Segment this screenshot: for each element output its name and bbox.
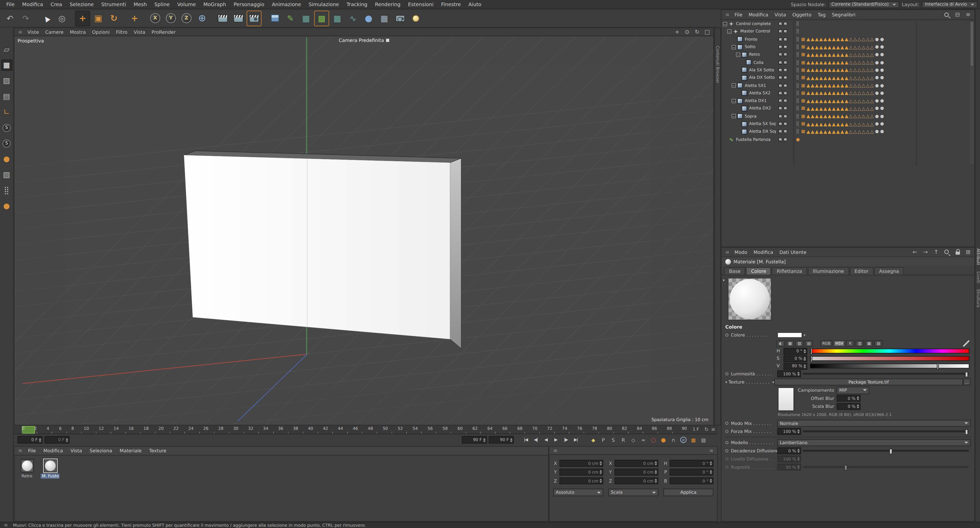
- record-key-icon[interactable]: ◆: [589, 436, 598, 444]
- render-view-icon[interactable]: [215, 10, 231, 26]
- menu-item[interactable]: Segnalibri: [829, 12, 859, 17]
- menu-item[interactable]: Seleziona: [86, 448, 116, 453]
- record-position-icon[interactable]: P: [599, 436, 608, 444]
- expand-toggle[interactable]: −: [723, 22, 727, 26]
- keyframe-dot-icon[interactable]: [725, 372, 729, 375]
- menu-item[interactable]: Filtro: [113, 29, 130, 35]
- value-field[interactable]: 80 %: [784, 363, 807, 369]
- sampling-select[interactable]: MIP: [837, 386, 869, 394]
- history-forward-icon[interactable]: →: [922, 248, 929, 256]
- editor-check[interactable]: ✓: [778, 52, 782, 57]
- scale-blur-field[interactable]: 0 %: [837, 403, 861, 410]
- editor-check[interactable]: ✓: [778, 30, 782, 33]
- menu-item[interactable]: Finestre: [438, 2, 465, 7]
- object-name[interactable]: Fustella Partenza: [736, 137, 771, 142]
- axis-mode-icon[interactable]: ∟: [1, 107, 12, 118]
- tree-row[interactable]: Fronte ✓✓ ⣿▦▲▲▲▲▲▲▲▲▲▲△△△△△△●●: [721, 35, 974, 43]
- keyframe-dot-icon[interactable]: [725, 441, 729, 444]
- value-gradient-slider[interactable]: [810, 364, 969, 369]
- goto-end-button[interactable]: ▶|: [571, 436, 580, 444]
- material-tab[interactable]: Assegna: [874, 267, 904, 275]
- color-spectrum-icon[interactable]: ▦: [786, 340, 794, 346]
- dock-tab[interactable]: Struttura: [976, 289, 980, 308]
- panel-grip-icon[interactable]: ≡: [724, 249, 731, 255]
- scale-tool-icon[interactable]: ▣: [91, 10, 106, 26]
- texture-mode-icon[interactable]: ▨: [1, 75, 12, 86]
- eyedropper-icon[interactable]: [963, 340, 969, 346]
- apply-button[interactable]: Applica: [663, 488, 714, 496]
- editor-check[interactable]: ✓: [778, 122, 782, 126]
- field-icon[interactable]: ▩: [314, 10, 329, 26]
- editor-check[interactable]: ✓: [778, 91, 782, 95]
- enable-checkboxes[interactable]: ✓✓: [778, 30, 787, 33]
- maximize-view-icon[interactable]: □: [703, 29, 711, 35]
- hsv-mode-button[interactable]: HSV: [834, 340, 845, 346]
- object-name[interactable]: Aletta SX2: [749, 91, 770, 95]
- menu-item[interactable]: Modo: [732, 249, 750, 255]
- tree-row[interactable]: Ala SX Sotto ✓✓ ⣿▦▲▲▲▲▲▲▲▲▲▲△△△△△△●●: [721, 66, 974, 74]
- tag-strip[interactable]: ⣿▦▲▲▲▲▲▲▲▲▲▲△△△△△△●●: [796, 129, 884, 135]
- render-picture-viewer-icon[interactable]: [231, 10, 246, 26]
- object-name[interactable]: Ala SX Sotto: [749, 67, 774, 73]
- object-name[interactable]: Aletta DX Sopra: [749, 129, 776, 134]
- loop-icon[interactable]: ↻: [704, 427, 708, 433]
- tree-row[interactable]: Ala DX Sotto ✓✓ ⣿▦▲▲▲▲▲▲▲▲▲▲△△△△△△●●: [721, 74, 974, 81]
- tag-strip[interactable]: ●: [796, 137, 800, 142]
- material-item[interactable]: M. Fuste: [41, 459, 59, 479]
- editor-check[interactable]: ✓: [778, 137, 782, 141]
- record-rotation-icon[interactable]: R: [619, 436, 628, 444]
- toolbar-icon[interactable]: [210, 10, 215, 26]
- enable-checkboxes[interactable]: ✓✓: [778, 99, 787, 103]
- menu-item[interactable]: Camere: [42, 29, 67, 35]
- menu-item[interactable]: Tag: [815, 12, 829, 17]
- ruler-menu-icon[interactable]: ≡: [711, 427, 715, 433]
- texture-dropdown-icon[interactable]: ▾: [772, 380, 774, 384]
- enable-checkboxes[interactable]: ✓✓: [778, 68, 787, 72]
- menu-item[interactable]: Vista: [67, 448, 86, 453]
- luminosity-field[interactable]: 100 %: [777, 371, 801, 377]
- object-name[interactable]: Aletta SX Sopra: [749, 121, 776, 127]
- editor-check[interactable]: ✓: [778, 114, 782, 118]
- size-y-field[interactable]: 0 cm: [614, 469, 658, 476]
- diffuse-falloff-field[interactable]: 0 %: [777, 447, 801, 454]
- size-mode-select[interactable]: Scala: [608, 488, 658, 496]
- render-check[interactable]: ✓: [784, 99, 788, 103]
- menu-item[interactable]: Opzioni: [89, 29, 113, 35]
- enable-checkboxes[interactable]: ✓✓: [778, 22, 787, 26]
- move-tool-icon[interactable]: +: [75, 10, 90, 26]
- tag-strip[interactable]: ⣿▦▲▲▲▲▲▲▲▲▲▲△△△△△△●●: [796, 121, 884, 127]
- position-z-field[interactable]: 0 cm: [560, 477, 603, 484]
- enable-checkboxes[interactable]: ✓✓: [778, 130, 787, 134]
- editor-check[interactable]: ✓: [778, 76, 782, 80]
- prev-frame-button[interactable]: ◀: [541, 436, 550, 444]
- object-name[interactable]: Colla: [753, 60, 764, 65]
- next-frame-button[interactable]: |▶: [562, 436, 570, 444]
- menu-item[interactable]: Materiale: [116, 448, 145, 453]
- enable-checkboxes[interactable]: ✓✓: [778, 52, 787, 57]
- toolbar-icon[interactable]: [262, 10, 266, 26]
- luminosity-slider[interactable]: [803, 373, 969, 375]
- menu-item[interactable]: Spline: [151, 2, 173, 7]
- menu-item[interactable]: File: [732, 12, 746, 17]
- array-icon[interactable]: ▦: [377, 10, 392, 26]
- object-manager-scrollbar[interactable]: [970, 21, 974, 164]
- points-mode-icon[interactable]: ⣿: [1, 184, 12, 196]
- timeline-ruler[interactable]: 0246810121416182022242628303234363840424…: [14, 425, 718, 434]
- rotate-view-icon[interactable]: ↻: [693, 29, 701, 35]
- menu-item[interactable]: Viste: [24, 29, 42, 35]
- tag-strip[interactable]: ⣿▦▲▲▲▲▲▲▲▲▲▲△△△△△△●●: [796, 90, 884, 96]
- material-item[interactable]: Retro: [18, 459, 36, 479]
- dock-tab[interactable]: Livelli: [976, 271, 980, 283]
- uv-mode-icon[interactable]: ▧: [1, 169, 12, 180]
- prev-key-button[interactable]: ◀|: [531, 436, 540, 444]
- material-thumbnail[interactable]: [21, 459, 33, 472]
- solo-mode-icon[interactable]: S: [1, 122, 12, 133]
- menu-item[interactable]: Selezione: [66, 2, 97, 7]
- toolbar-icon[interactable]: [34, 10, 38, 26]
- enable-checkboxes[interactable]: ✓✓: [778, 114, 787, 118]
- material-tab[interactable]: Colore: [746, 267, 771, 275]
- object-name[interactable]: Retro: [749, 52, 760, 57]
- render-check[interactable]: ✓: [784, 137, 788, 141]
- autokey-icon[interactable]: ○: [649, 436, 658, 444]
- menu-item[interactable]: Volume: [173, 2, 199, 7]
